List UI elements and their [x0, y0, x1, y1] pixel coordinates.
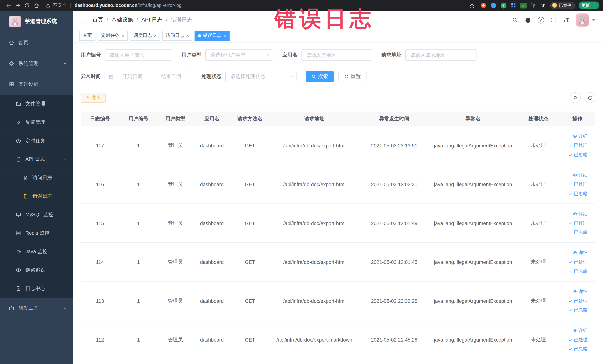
- search-icon[interactable]: [512, 17, 518, 23]
- chevron-down-icon[interactable]: [592, 19, 595, 21]
- cell-request-url: /api/infra/db-doc/export-html: [269, 259, 359, 265]
- detail-link[interactable]: 详细: [573, 211, 588, 217]
- tab-scheduled-tasks[interactable]: 定时任务×: [98, 31, 128, 41]
- detail-link[interactable]: 详细: [573, 288, 588, 295]
- processed-link[interactable]: 已处理: [568, 298, 588, 304]
- extension-grid-icon[interactable]: [510, 2, 516, 8]
- date-range-picker[interactable]: 开始日期 - 结束日期: [104, 71, 192, 82]
- sidebar-item-file-management[interactable]: 文件管理: [0, 94, 73, 113]
- export-button[interactable]: 导出: [81, 93, 106, 103]
- paused-extension-chip[interactable]: 已暂停: [550, 2, 575, 9]
- request-url-input[interactable]: [406, 49, 476, 61]
- font-size-icon[interactable]: TT: [563, 17, 569, 23]
- sidebar-item-java-monitor[interactable]: Java 监控: [0, 242, 73, 261]
- filter-label: 请求地址: [382, 52, 402, 59]
- extension-green-icon[interactable]: Y: [500, 2, 506, 8]
- breadcrumb-home[interactable]: 首页: [92, 16, 103, 23]
- user-type-select[interactable]: 请选择用户类型: [205, 49, 273, 61]
- ignored-link[interactable]: 已忽略: [568, 229, 588, 235]
- chevron-down-icon: [63, 306, 67, 310]
- breadcrumb-api-log[interactable]: API 日志: [141, 16, 162, 23]
- sidebar-item-scheduled-tasks[interactable]: 定时任务: [0, 132, 73, 150]
- tab-dispatch-log[interactable]: 调度日志×: [130, 31, 160, 41]
- processed-link[interactable]: 已处理: [568, 259, 588, 265]
- ignored-link[interactable]: 已忽略: [568, 307, 588, 313]
- breadcrumb-separator: /: [107, 17, 108, 23]
- sidebar-item-config-management[interactable]: 配置管理: [0, 113, 73, 132]
- address-bar[interactable]: 不安全: [46, 2, 67, 9]
- close-tab-icon[interactable]: ×: [186, 33, 189, 38]
- extension-red-icon[interactable]: [480, 2, 487, 8]
- detail-link[interactable]: 详细: [573, 327, 588, 334]
- hamburger-icon[interactable]: [79, 16, 86, 23]
- process-status-select[interactable]: 请选择处理状态: [225, 71, 297, 82]
- close-tab-icon[interactable]: ×: [223, 33, 226, 38]
- cell-user-id: 1: [119, 337, 158, 342]
- sidebar-item-mysql-monitor[interactable]: MySQL 监控: [0, 205, 73, 224]
- user-id-input[interactable]: [104, 49, 172, 61]
- detail-link[interactable]: 详细: [573, 133, 588, 140]
- bookmark-star-icon[interactable]: [467, 1, 476, 10]
- browser-chrome: 不安全 dashboard.yudao.iocoder.cn/infra/log…: [0, 0, 603, 11]
- reset-button[interactable]: 重置: [338, 71, 366, 82]
- fullscreen-icon[interactable]: [551, 17, 557, 23]
- processed-link[interactable]: 已处理: [568, 220, 588, 226]
- document-icon: [15, 156, 22, 162]
- processed-link[interactable]: 已处理: [568, 181, 588, 188]
- sidebar-item-infrastructure[interactable]: 基础设施: [0, 74, 73, 94]
- sidebar-item-home[interactable]: 首页: [0, 32, 73, 53]
- ignored-label: 已忽略: [574, 268, 588, 274]
- processed-link[interactable]: 已处理: [568, 336, 588, 343]
- back-icon[interactable]: [4, 1, 13, 10]
- sidebar-item-access-log[interactable]: 访问日志: [0, 169, 73, 187]
- sidebar-item-redis-monitor[interactable]: Redis 监控: [0, 224, 73, 242]
- refresh-button[interactable]: [584, 92, 595, 103]
- close-tab-icon[interactable]: ×: [122, 33, 124, 38]
- reload-icon[interactable]: [22, 1, 32, 10]
- tab-label: 访问日志: [166, 32, 184, 39]
- toggle-search-button[interactable]: [570, 92, 581, 103]
- sidebar-item-system[interactable]: 系统管理: [0, 53, 73, 74]
- cell-app-name: dashboard: [193, 337, 231, 342]
- cell-method: GET: [231, 259, 269, 265]
- document-icon: [22, 175, 28, 180]
- sidebar-item-dev-tools[interactable]: 研发工具: [0, 298, 73, 318]
- detail-link[interactable]: 详细: [573, 172, 588, 178]
- detail-link[interactable]: 详细: [573, 249, 588, 256]
- ignored-link[interactable]: 已忽略: [568, 346, 588, 352]
- extension-leaf-icon[interactable]: [530, 2, 536, 8]
- extension-paw-icon[interactable]: [540, 2, 546, 8]
- ignored-link[interactable]: 已忽略: [568, 268, 588, 274]
- forward-icon[interactable]: [13, 1, 23, 10]
- help-icon[interactable]: ?: [538, 17, 544, 23]
- sidebar-item-api-log[interactable]: API 日志: [0, 150, 73, 169]
- monitor-icon: [15, 212, 22, 217]
- filter-user-type: 用户类型 请选择用户类型: [182, 49, 273, 61]
- tab-error-log[interactable]: 错误日志×: [195, 31, 230, 41]
- extension-blue-icon[interactable]: [490, 2, 496, 8]
- sidebar-item-tracing[interactable]: 链路追踪: [0, 261, 73, 280]
- sidebar-item-log-center[interactable]: 日志中心: [0, 279, 73, 298]
- github-icon[interactable]: [524, 17, 531, 23]
- home-icon[interactable]: [32, 1, 41, 10]
- chrome-update-button[interactable]: 更新⋮: [579, 1, 599, 9]
- gear-icon: [9, 61, 15, 66]
- cell-method: GET: [231, 337, 269, 342]
- app-name-input[interactable]: [301, 49, 372, 61]
- close-tab-icon[interactable]: ×: [154, 33, 157, 38]
- cell-status: 未处理: [517, 297, 559, 304]
- app-logo[interactable]: 🐰 芋道管理系统: [0, 11, 73, 32]
- extension-on-icon[interactable]: on: [520, 2, 526, 8]
- url-text[interactable]: dashboard.yudao.iocoder.cn/infra/log/api…: [74, 3, 182, 8]
- tab-home[interactable]: 首页: [79, 31, 95, 41]
- avatar[interactable]: 🐰: [576, 13, 589, 27]
- processed-link[interactable]: 已处理: [568, 142, 588, 149]
- calendar-icon: [109, 74, 114, 79]
- search-button[interactable]: 搜索: [306, 71, 334, 82]
- document-icon: [15, 286, 22, 291]
- sidebar-item-error-log[interactable]: 错误日志: [0, 187, 73, 205]
- tab-access-log[interactable]: 访问日志×: [162, 31, 192, 41]
- breadcrumb-infrastructure[interactable]: 基础设施: [111, 16, 133, 23]
- ignored-link[interactable]: 已忽略: [568, 190, 588, 197]
- ignored-link[interactable]: 已忽略: [568, 151, 588, 158]
